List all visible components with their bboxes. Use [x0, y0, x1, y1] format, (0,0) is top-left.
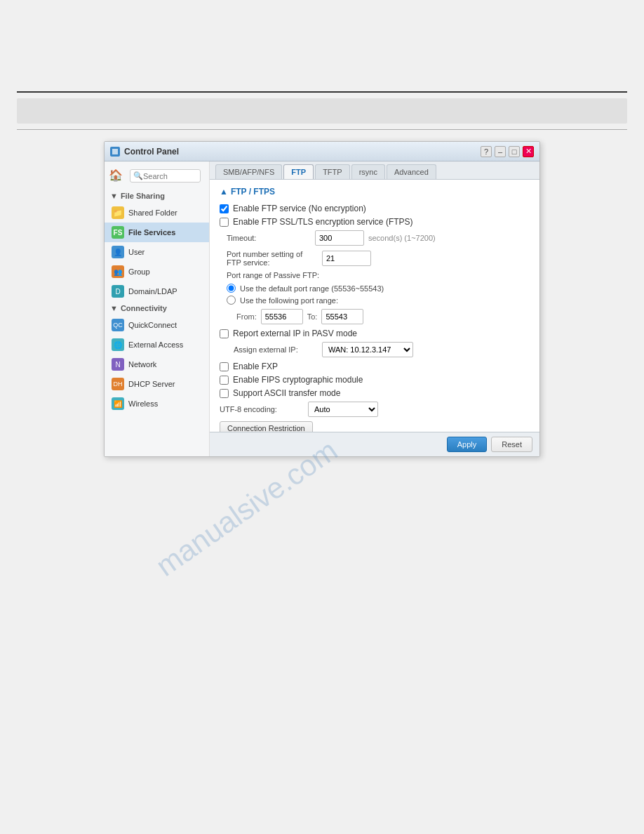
utf8-select[interactable]: Auto — [308, 402, 378, 417]
report-external-row: Report external IP in PASV mode — [220, 329, 530, 338]
user-label: User — [128, 248, 145, 256]
maximize-button[interactable]: □ — [509, 146, 520, 157]
ftp-section-title: FTP / FTPS — [231, 187, 275, 197]
sidebar-item-user[interactable]: 👤 User — [105, 242, 209, 262]
from-label: From: — [236, 312, 257, 321]
help-button[interactable]: ? — [481, 146, 492, 157]
passive-default-radio[interactable] — [227, 284, 236, 293]
sidebar-section-file-sharing[interactable]: ▼ File Sharing — [105, 189, 209, 203]
enable-ftp-row: Enable FTP service (No encryption) — [220, 204, 530, 213]
section-label-connectivity: Connectivity — [121, 304, 167, 312]
passive-radio-group: Use the default port range (55536~55543)… — [227, 284, 530, 305]
search-bar[interactable]: 🔍 — [130, 169, 201, 183]
search-input[interactable] — [143, 172, 197, 180]
header-band — [17, 98, 627, 124]
port-input[interactable] — [322, 251, 371, 266]
window-title: Control Panel — [124, 147, 179, 157]
timeout-label: Timeout: — [227, 234, 311, 242]
sidebar-item-shared-folder[interactable]: 📁 Shared Folder — [105, 203, 209, 223]
tab-smb-afp-nfs[interactable]: SMB/AFP/NFS — [215, 164, 282, 179]
ascii-checkbox[interactable] — [220, 389, 229, 398]
sidebar-item-file-services[interactable]: FS File Services — [105, 223, 209, 242]
to-label: To: — [307, 312, 318, 321]
port-row: Port number setting of FTP service: — [227, 250, 530, 267]
assign-ip-select[interactable]: WAN: 10.12.3.147 — [322, 342, 413, 357]
tab-advanced[interactable]: Advanced — [387, 164, 436, 179]
connection-restriction-button[interactable]: Connection Restriction — [220, 421, 313, 432]
tab-rsync[interactable]: rsync — [351, 164, 385, 179]
domain-label: Domain/LDAP — [128, 287, 177, 296]
title-bar: Control Panel ? – □ ✕ — [105, 142, 539, 161]
ascii-row: Support ASCII transfer mode — [220, 388, 530, 398]
passive-custom-radio[interactable] — [227, 296, 236, 305]
sidebar-item-group[interactable]: 👥 Group — [105, 262, 209, 282]
from-port-input[interactable] — [261, 309, 303, 324]
tab-ftp[interactable]: FTP — [283, 164, 314, 179]
port-label: Port number setting of FTP service: — [227, 250, 318, 267]
sidebar-item-dhcp[interactable]: DH DHCP Server — [105, 374, 209, 394]
svg-rect-0 — [112, 149, 118, 154]
timeout-input[interactable] — [315, 230, 364, 246]
content-panel: ▲ FTP / FTPS Enable FTP service (No encr… — [210, 180, 539, 432]
dhcp-icon: DH — [112, 378, 124, 390]
chevron-down-icon: ▼ — [110, 192, 118, 200]
tab-tftp[interactable]: TFTP — [315, 164, 350, 179]
dhcp-label: DHCP Server — [128, 380, 175, 388]
assign-ip-label: Assign external IP: — [234, 345, 318, 354]
sidebar-item-quickconnect[interactable]: QC QuickConnect — [105, 315, 209, 335]
sidebar-item-wireless[interactable]: 📶 Wireless — [105, 394, 209, 413]
shared-folder-icon: 📁 — [112, 206, 124, 219]
connection-restriction-row: Connection Restriction — [220, 421, 530, 432]
section-label-file-sharing: File Sharing — [121, 192, 165, 200]
sidebar-section-connectivity[interactable]: ▼ Connectivity — [105, 301, 209, 315]
enable-fxp-checkbox[interactable] — [220, 362, 229, 371]
enable-ftps-label: Enable FTP SSL/TLS encryption service (F… — [233, 217, 413, 227]
sidebar-item-domain-ldap[interactable]: D Domain/LDAP — [105, 282, 209, 301]
external-access-icon: 🌐 — [112, 338, 124, 351]
ascii-label: Support ASCII transfer mode — [233, 388, 340, 398]
passive-default-label: Use the default port range (55536~55543) — [240, 284, 384, 293]
home-button[interactable]: 🏠 — [109, 168, 123, 183]
enable-fips-checkbox[interactable] — [220, 376, 229, 385]
utf8-row: UTF-8 encoding: Auto — [220, 402, 530, 417]
sidebar-item-external-access[interactable]: 🌐 External Access — [105, 335, 209, 355]
quickconnect-icon: QC — [112, 319, 124, 331]
user-icon: 👤 — [112, 246, 124, 258]
timeout-hint: second(s) (1~7200) — [368, 234, 436, 242]
sub-divider — [17, 129, 627, 130]
enable-fips-label: Enable FIPS cryptographic module — [233, 375, 363, 385]
apply-button[interactable]: Apply — [447, 437, 488, 452]
to-port-input[interactable] — [321, 309, 363, 324]
reset-button[interactable]: Reset — [491, 437, 532, 452]
network-label: Network — [128, 360, 156, 369]
wireless-label: Wireless — [128, 399, 158, 408]
top-divider — [17, 91, 627, 93]
enable-fips-row: Enable FIPS cryptographic module — [220, 375, 530, 385]
report-external-label: Report external IP in PASV mode — [233, 329, 357, 338]
passive-default-row: Use the default port range (55536~55543) — [227, 284, 530, 293]
enable-ftp-label: Enable FTP service (No encryption) — [233, 204, 366, 213]
title-bar-controls: ? – □ ✕ — [481, 146, 534, 157]
minimize-button[interactable]: – — [495, 146, 506, 157]
title-bar-left: Control Panel — [110, 147, 179, 157]
enable-ftps-row: Enable FTP SSL/TLS encryption service (F… — [220, 217, 530, 227]
wireless-icon: 📶 — [112, 397, 124, 410]
utf8-label: UTF-8 encoding: — [220, 405, 304, 413]
close-button[interactable]: ✕ — [523, 146, 534, 157]
report-external-checkbox[interactable] — [220, 329, 229, 338]
ftp-section-header: ▲ FTP / FTPS — [220, 187, 530, 197]
passive-custom-row: Use the following port range: — [227, 296, 530, 305]
enable-fxp-row: Enable FXP — [220, 362, 530, 371]
shared-folder-label: Shared Folder — [128, 208, 177, 217]
sidebar-item-network[interactable]: N Network — [105, 355, 209, 374]
main-content: SMB/AFP/NFS FTP TFTP rsync Advanced ▲ FT… — [210, 161, 539, 456]
file-services-icon: FS — [112, 226, 124, 239]
enable-ftp-checkbox[interactable] — [220, 204, 229, 213]
group-label: Group — [128, 267, 150, 276]
app-icon — [110, 147, 120, 157]
enable-ftps-checkbox[interactable] — [220, 218, 229, 227]
bottom-bar: Apply Reset — [210, 432, 539, 456]
control-panel-window: Control Panel ? – □ ✕ 🏠 🔍 — [104, 141, 540, 457]
enable-fxp-label: Enable FXP — [233, 362, 278, 371]
network-icon: N — [112, 358, 124, 371]
